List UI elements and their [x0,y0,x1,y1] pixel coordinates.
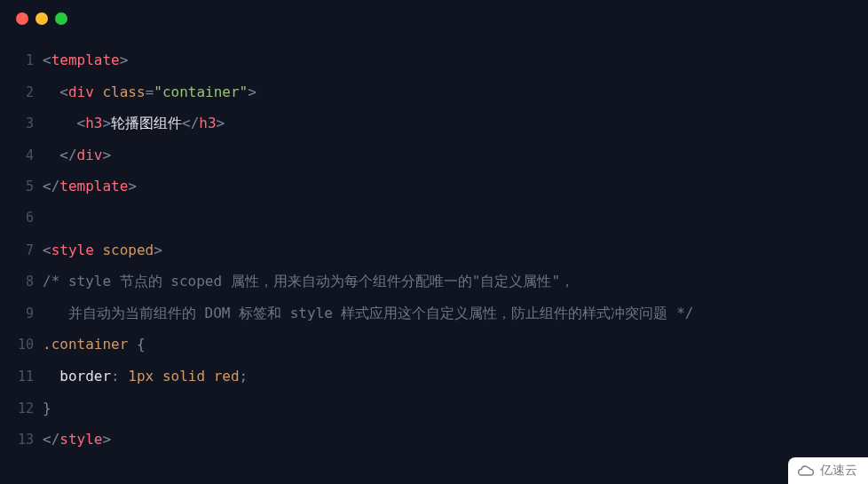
watermark-text: 亿速云 [820,463,857,479]
code-line[interactable]: 4 </div> [0,139,868,171]
cloud-icon [797,464,815,477]
watermark: 亿速云 [788,457,868,484]
line-number: 8 [0,266,43,298]
code-line[interactable]: 9 并自动为当前组件的 DOM 标签和 style 样式应用这个自定义属性，防止… [0,298,868,329]
code-content[interactable]: 并自动为当前组件的 DOM 标签和 style 样式应用这个自定义属性，防止组件… [43,298,868,329]
code-content[interactable]: <h3>轮播图组件</h3> [43,107,868,139]
code-content[interactable]: <div class="container"> [43,76,868,108]
code-line[interactable]: 10.container { [0,329,868,361]
code-line[interactable]: 3 <h3>轮播图组件</h3> [0,107,868,139]
minimize-dot[interactable] [36,12,48,25]
code-content[interactable]: </style> [43,424,868,456]
close-dot[interactable] [16,12,28,25]
code-content[interactable]: border: 1px solid red; [43,361,868,393]
window-traffic-lights [0,0,868,25]
code-line[interactable]: 1<template> [0,44,868,76]
line-number: 11 [0,361,43,393]
line-number: 3 [0,108,43,140]
code-content[interactable]: </template> [43,171,868,202]
code-content[interactable]: <style scoped> [43,234,868,266]
code-line[interactable]: 8/* style 节点的 scoped 属性，用来自动为每个组件分配唯一的"自… [0,266,868,298]
code-content[interactable]: </div> [43,139,868,171]
line-number: 13 [0,424,43,456]
code-editor[interactable]: 1<template>2 <div class="container">3 <h… [0,25,868,456]
line-number: 5 [0,171,43,203]
code-content[interactable]: /* style 节点的 scoped 属性，用来自动为每个组件分配唯一的"自定… [43,266,868,298]
code-line[interactable]: 7<style scoped> [0,234,868,266]
line-number: 7 [0,235,43,267]
code-line[interactable]: 13</style> [0,424,868,456]
code-line[interactable]: 11 border: 1px solid red; [0,361,868,393]
code-line[interactable]: 12} [0,393,868,424]
line-number: 12 [0,393,43,425]
line-number: 6 [0,202,43,234]
line-number: 10 [0,329,43,361]
line-number: 2 [0,77,43,109]
code-line[interactable]: 6 [0,202,868,234]
line-number: 9 [0,298,43,330]
code-line[interactable]: 5</template> [0,171,868,202]
code-content[interactable]: } [43,393,868,424]
line-number: 4 [0,140,43,172]
code-line[interactable]: 2 <div class="container"> [0,76,868,108]
line-number: 1 [0,45,43,77]
maximize-dot[interactable] [55,12,67,25]
code-content[interactable]: .container { [43,329,868,361]
code-content[interactable]: <template> [43,44,868,76]
